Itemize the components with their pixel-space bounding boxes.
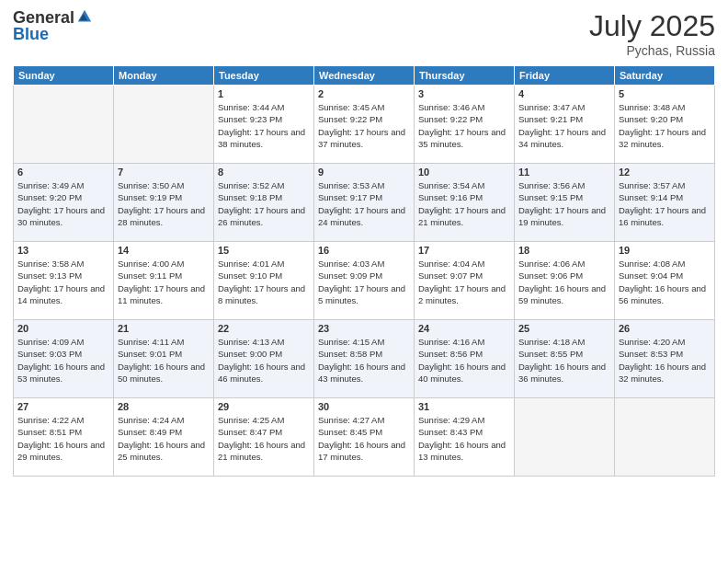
day-number: 7 bbox=[118, 167, 210, 178]
calendar-week-row: 27 Sunrise: 4:22 AM Sunset: 8:51 PM Dayl… bbox=[14, 398, 715, 477]
day-number: 12 bbox=[619, 167, 711, 178]
daylight: Daylight: 17 hours and 11 minutes. bbox=[118, 283, 205, 305]
sunrise: Sunrise: 4:24 AM bbox=[118, 415, 184, 425]
sunrise: Sunrise: 3:45 AM bbox=[318, 102, 384, 112]
table-row: 23 Sunrise: 4:15 AM Sunset: 8:58 PM Dayl… bbox=[314, 320, 415, 398]
day-number: 14 bbox=[118, 245, 210, 256]
calendar-header-row: Sunday Monday Tuesday Wednesday Thursday… bbox=[14, 66, 715, 86]
table-row: 31 Sunrise: 4:29 AM Sunset: 8:43 PM Dayl… bbox=[415, 398, 515, 477]
col-thursday: Thursday bbox=[415, 66, 515, 86]
day-number: 8 bbox=[218, 167, 310, 178]
day-info: Sunrise: 4:09 AM Sunset: 9:03 PM Dayligh… bbox=[17, 336, 109, 385]
calendar-week-row: 13 Sunrise: 3:58 AM Sunset: 9:13 PM Dayl… bbox=[14, 242, 715, 320]
day-info: Sunrise: 3:57 AM Sunset: 9:14 PM Dayligh… bbox=[619, 179, 711, 228]
day-number: 9 bbox=[318, 167, 410, 178]
day-number: 6 bbox=[17, 167, 109, 178]
header: General Blue July 2025 Pychas, Russia bbox=[13, 9, 715, 58]
title-month: July 2025 bbox=[589, 9, 715, 43]
daylight: Daylight: 16 hours and 29 minutes. bbox=[17, 440, 105, 462]
sunset: Sunset: 8:56 PM bbox=[418, 349, 483, 359]
day-number: 22 bbox=[218, 323, 310, 334]
day-info: Sunrise: 3:48 AM Sunset: 9:20 PM Dayligh… bbox=[619, 101, 711, 150]
day-number: 20 bbox=[17, 323, 109, 334]
sunrise: Sunrise: 3:58 AM bbox=[17, 259, 84, 269]
sunset: Sunset: 9:06 PM bbox=[518, 270, 583, 281]
sunrise: Sunrise: 4:27 AM bbox=[318, 415, 384, 425]
sunset: Sunset: 8:51 PM bbox=[17, 427, 82, 437]
day-info: Sunrise: 3:56 AM Sunset: 9:15 PM Dayligh… bbox=[518, 179, 610, 228]
day-info: Sunrise: 3:50 AM Sunset: 9:19 PM Dayligh… bbox=[118, 179, 210, 228]
day-number: 24 bbox=[418, 323, 510, 334]
day-number: 5 bbox=[619, 88, 711, 99]
day-info: Sunrise: 4:15 AM Sunset: 8:58 PM Dayligh… bbox=[318, 336, 410, 385]
table-row: 16 Sunrise: 4:03 AM Sunset: 9:09 PM Dayl… bbox=[314, 242, 415, 320]
sunrise: Sunrise: 4:22 AM bbox=[17, 415, 84, 425]
sunset: Sunset: 8:53 PM bbox=[619, 349, 683, 359]
sunrise: Sunrise: 4:09 AM bbox=[17, 337, 84, 347]
sunset: Sunset: 9:14 PM bbox=[619, 192, 683, 202]
day-info: Sunrise: 4:08 AM Sunset: 9:04 PM Dayligh… bbox=[619, 258, 711, 306]
table-row: 4 Sunrise: 3:47 AM Sunset: 9:21 PM Dayli… bbox=[515, 86, 615, 164]
day-number: 25 bbox=[518, 323, 610, 334]
daylight: Daylight: 17 hours and 30 minutes. bbox=[17, 205, 105, 227]
sunrise: Sunrise: 3:57 AM bbox=[619, 180, 685, 190]
daylight: Daylight: 17 hours and 26 minutes. bbox=[218, 205, 305, 227]
daylight: Daylight: 16 hours and 46 minutes. bbox=[218, 362, 305, 384]
daylight: Daylight: 17 hours and 35 minutes. bbox=[418, 127, 506, 149]
sunrise: Sunrise: 4:08 AM bbox=[619, 259, 685, 269]
table-row: 14 Sunrise: 4:00 AM Sunset: 9:11 PM Dayl… bbox=[114, 242, 214, 320]
day-info: Sunrise: 4:18 AM Sunset: 8:55 PM Dayligh… bbox=[518, 336, 610, 385]
day-info: Sunrise: 4:20 AM Sunset: 8:53 PM Dayligh… bbox=[619, 336, 711, 385]
day-info: Sunrise: 4:29 AM Sunset: 8:43 PM Dayligh… bbox=[418, 414, 510, 463]
table-row: 2 Sunrise: 3:45 AM Sunset: 9:22 PM Dayli… bbox=[314, 86, 415, 164]
logo-blue-text: Blue bbox=[13, 25, 49, 43]
table-row: 9 Sunrise: 3:53 AM Sunset: 9:17 PM Dayli… bbox=[314, 164, 415, 242]
sunset: Sunset: 9:09 PM bbox=[318, 270, 382, 281]
sunrise: Sunrise: 4:11 AM bbox=[118, 337, 184, 347]
table-row: 29 Sunrise: 4:25 AM Sunset: 8:47 PM Dayl… bbox=[214, 398, 314, 477]
sunrise: Sunrise: 4:16 AM bbox=[418, 337, 484, 347]
sunrise: Sunrise: 3:44 AM bbox=[218, 102, 284, 112]
sunrise: Sunrise: 3:48 AM bbox=[619, 102, 685, 112]
sunrise: Sunrise: 4:00 AM bbox=[118, 259, 184, 269]
day-info: Sunrise: 4:13 AM Sunset: 9:00 PM Dayligh… bbox=[218, 336, 310, 385]
sunset: Sunset: 9:23 PM bbox=[218, 114, 282, 124]
table-row: 20 Sunrise: 4:09 AM Sunset: 9:03 PM Dayl… bbox=[14, 320, 114, 398]
sunrise: Sunrise: 3:46 AM bbox=[418, 102, 484, 112]
daylight: Daylight: 16 hours and 25 minutes. bbox=[118, 440, 205, 462]
sunset: Sunset: 8:45 PM bbox=[318, 427, 382, 437]
sunset: Sunset: 9:07 PM bbox=[418, 270, 483, 281]
daylight: Daylight: 16 hours and 13 minutes. bbox=[418, 440, 506, 462]
sunrise: Sunrise: 4:20 AM bbox=[619, 337, 685, 347]
day-number: 23 bbox=[318, 323, 410, 334]
day-number: 31 bbox=[418, 401, 510, 412]
sunset: Sunset: 8:43 PM bbox=[418, 427, 483, 437]
col-saturday: Saturday bbox=[615, 66, 715, 86]
col-friday: Friday bbox=[515, 66, 615, 86]
sunset: Sunset: 9:04 PM bbox=[619, 270, 683, 281]
table-row bbox=[515, 398, 615, 477]
sunrise: Sunrise: 3:52 AM bbox=[218, 180, 284, 190]
col-monday: Monday bbox=[114, 66, 214, 86]
day-number: 19 bbox=[619, 245, 711, 256]
daylight: Daylight: 16 hours and 53 minutes. bbox=[17, 362, 105, 384]
sunset: Sunset: 9:10 PM bbox=[218, 270, 282, 281]
day-info: Sunrise: 4:16 AM Sunset: 8:56 PM Dayligh… bbox=[418, 336, 510, 385]
sunset: Sunset: 9:17 PM bbox=[318, 192, 382, 202]
day-number: 29 bbox=[218, 401, 310, 412]
day-number: 27 bbox=[17, 401, 109, 412]
daylight: Daylight: 17 hours and 5 minutes. bbox=[318, 283, 405, 305]
sunset: Sunset: 9:22 PM bbox=[418, 114, 483, 124]
sunset: Sunset: 9:21 PM bbox=[518, 114, 583, 124]
day-number: 26 bbox=[619, 323, 711, 334]
sunset: Sunset: 8:49 PM bbox=[118, 427, 182, 437]
sunset: Sunset: 9:03 PM bbox=[17, 349, 82, 359]
daylight: Daylight: 17 hours and 16 minutes. bbox=[619, 205, 706, 227]
title-location: Pychas, Russia bbox=[589, 43, 715, 58]
sunset: Sunset: 9:20 PM bbox=[619, 114, 683, 124]
day-number: 17 bbox=[418, 245, 510, 256]
daylight: Daylight: 17 hours and 37 minutes. bbox=[318, 127, 405, 149]
sunrise: Sunrise: 4:25 AM bbox=[218, 415, 284, 425]
table-row: 3 Sunrise: 3:46 AM Sunset: 9:22 PM Dayli… bbox=[415, 86, 515, 164]
table-row: 10 Sunrise: 3:54 AM Sunset: 9:16 PM Dayl… bbox=[415, 164, 515, 242]
